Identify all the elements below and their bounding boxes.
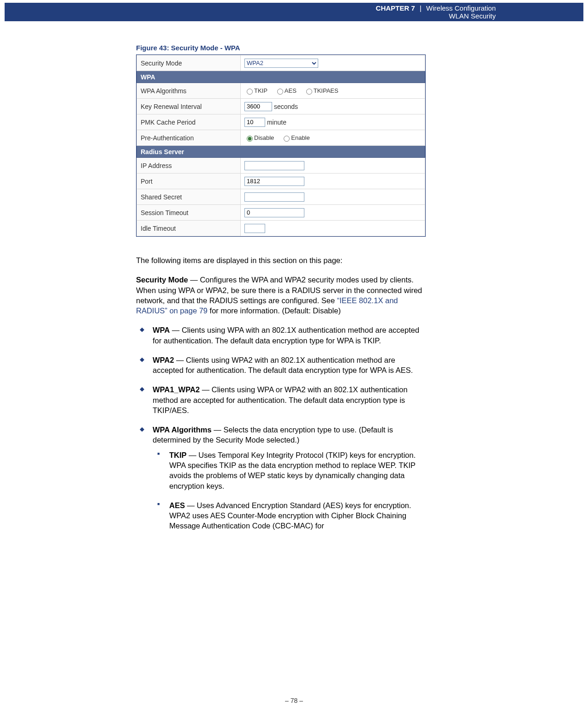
row-idle-timeout: Idle Timeout xyxy=(137,221,425,236)
radio-tkipaes[interactable] xyxy=(306,89,312,95)
unit-pmk-cache: minute xyxy=(267,118,286,126)
row-preauth: Pre-Authentication Disable Enable xyxy=(137,130,425,146)
chapter-label: CHAPTER 7 xyxy=(376,4,415,12)
section-wpa: WPA xyxy=(137,71,425,83)
figure-caption: Figure 43: Security Mode - WPA xyxy=(136,44,427,52)
header-pipe: | xyxy=(420,4,422,12)
row-key-renewal: Key Renewal Interval seconds xyxy=(137,99,425,114)
section-radius: Radius Server xyxy=(137,146,425,158)
page-header: CHAPTER 7 | Wireless Configuration WLAN … xyxy=(5,3,583,21)
item-wpa: WPA — Clients using WPA with an 802.1X a… xyxy=(150,325,427,346)
row-security-mode: Security Mode WPA2 xyxy=(137,55,425,71)
input-pmk-cache[interactable] xyxy=(244,118,265,127)
intro-text: The following items are displayed in thi… xyxy=(136,255,427,265)
security-mode-select[interactable]: WPA2 xyxy=(244,59,318,68)
security-mode-paragraph: Security Mode — Configures the WPA and W… xyxy=(136,275,427,316)
unit-key-renewal: seconds xyxy=(274,102,298,110)
label-idle-timeout: Idle Timeout xyxy=(137,221,241,236)
page-number: – 78 – xyxy=(0,697,588,704)
item-wpa2: WPA2 — Clients using WPA2 with an 802.1X… xyxy=(150,355,427,376)
item-wpa1-wpa2: WPA1_WPA2 — Clients using WPA or WPA2 wi… xyxy=(150,384,427,415)
radio-preauth-disable[interactable] xyxy=(247,136,253,142)
subitem-tkip: TKIP — Uses Temporal Key Integrity Proto… xyxy=(166,450,427,491)
label-secret: Shared Secret xyxy=(137,189,241,205)
row-wpa-algorithms: WPA Algorithms TKIP AES TKIPAES xyxy=(137,83,425,99)
input-ip[interactable] xyxy=(244,161,304,170)
item-wpa-algorithms: WPA Algorithms — Selects the data encryp… xyxy=(150,425,427,531)
label-key-renewal: Key Renewal Interval xyxy=(137,99,241,114)
row-port: Port xyxy=(137,174,425,189)
label-security-mode: Security Mode xyxy=(137,55,241,71)
input-port[interactable] xyxy=(244,177,304,186)
label-pmk-cache: PMK Cache Period xyxy=(137,114,241,130)
label-wpa-algorithms: WPA Algorithms xyxy=(137,83,241,99)
figure-screenshot: Security Mode WPA2 WPA WPA Algorithms TK… xyxy=(136,54,426,237)
label-ip: IP Address xyxy=(137,158,241,174)
body-text: The following items are displayed in thi… xyxy=(136,255,427,531)
input-secret[interactable] xyxy=(244,192,304,202)
label-preauth: Pre-Authentication xyxy=(137,130,241,146)
label-session-timeout: Session Timeout xyxy=(137,205,241,221)
row-pmk-cache: PMK Cache Period minute xyxy=(137,114,425,130)
radio-tkip[interactable] xyxy=(247,89,253,95)
row-ip: IP Address xyxy=(137,158,425,174)
row-secret: Shared Secret xyxy=(137,189,425,205)
header-subtitle: WLAN Security xyxy=(449,12,496,20)
input-idle-timeout[interactable] xyxy=(244,224,265,233)
input-key-renewal[interactable] xyxy=(244,102,272,111)
row-session-timeout: Session Timeout xyxy=(137,205,425,221)
radio-aes[interactable] xyxy=(277,89,283,95)
chapter-title: Wireless Configuration xyxy=(426,4,496,12)
radio-preauth-enable[interactable] xyxy=(284,136,290,142)
label-port: Port xyxy=(137,174,241,189)
subitem-aes: AES — Uses Advanced Encryption Standard … xyxy=(166,500,427,531)
input-session-timeout[interactable] xyxy=(244,208,304,217)
